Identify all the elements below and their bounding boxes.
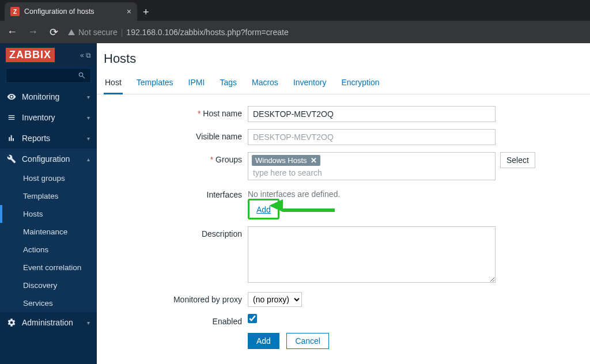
sidebar-item-administration[interactable]: Administration ▾ [0, 312, 97, 333]
nav-forward-button[interactable]: → [27, 26, 39, 39]
cancel-button[interactable]: Cancel [286, 333, 329, 349]
new-tab-button[interactable]: + [137, 4, 155, 21]
page-title: Hosts [104, 51, 583, 66]
sidebar-item-label: Monitoring [22, 92, 59, 101]
security-label: Not secure [78, 28, 118, 37]
favicon-icon: Z [10, 7, 20, 16]
tab-inventory[interactable]: Inventory [292, 72, 328, 94]
host-name-input[interactable] [248, 106, 496, 122]
sidebar: ZABBIX « ⧉ Monitoring ▾ Inventory ▾ Repo… [0, 43, 97, 364]
form-area: * Host name Visible name * Groups Window… [97, 94, 590, 364]
interfaces-empty-text: No interfaces are defined. [248, 187, 583, 199]
search-icon [78, 71, 86, 79]
close-icon[interactable]: × [127, 7, 131, 16]
tab-tags[interactable]: Tags [218, 72, 238, 94]
logo[interactable]: ZABBIX [6, 48, 55, 62]
collapse-icon[interactable]: « ⧉ [80, 51, 91, 59]
tab-strip: Z Configuration of hosts × + [0, 0, 590, 21]
sidebar-item-label: Configuration [22, 154, 70, 164]
subitem-hosts[interactable]: Hosts [0, 205, 97, 223]
subitem-services[interactable]: Services [0, 294, 97, 312]
tab-bar: Host Templates IPMI Tags Macros Inventor… [97, 72, 590, 94]
url-text: 192.168.0.106/zabbix/hosts.php?form=crea… [126, 28, 288, 37]
label-proxy: Monitored by proxy [173, 295, 242, 304]
visible-name-input[interactable] [248, 129, 496, 145]
proxy-select[interactable]: (no proxy) [248, 292, 302, 307]
tab-title: Configuration of hosts [24, 7, 94, 16]
description-textarea[interactable] [248, 226, 496, 283]
nav-reload-button[interactable]: ⟳ [47, 26, 60, 39]
browser-tab[interactable]: Z Configuration of hosts × [5, 2, 137, 21]
row-interfaces: Interfaces No interfaces are defined. Ad… [104, 187, 583, 219]
security-indicator[interactable]: Not secure [68, 28, 118, 37]
subitem-maintenance[interactable]: Maintenance [0, 223, 97, 241]
sidebar-header: ZABBIX « ⧉ [0, 43, 97, 66]
sidebar-item-label: Reports [22, 134, 50, 143]
warning-icon [68, 29, 75, 35]
row-proxy: Monitored by proxy (no proxy) [104, 292, 583, 307]
tab-templates[interactable]: Templates [135, 72, 175, 94]
row-visible-name: Visible name [104, 129, 583, 145]
row-actions: Add Cancel [104, 333, 583, 349]
wrench-icon [7, 154, 16, 164]
remove-icon[interactable]: ✕ [311, 156, 317, 165]
sidebar-item-label: Inventory [22, 113, 55, 122]
subitem-templates[interactable]: Templates [0, 187, 97, 205]
chevron-up-icon: ▴ [87, 156, 90, 162]
chevron-down-icon: ▾ [87, 135, 90, 142]
label-interfaces: Interfaces [207, 190, 242, 199]
label-visible-name: Visible name [196, 132, 242, 141]
eye-icon [7, 92, 16, 101]
configuration-submenu: Host groups Templates Hosts Maintenance … [0, 169, 97, 312]
list-icon [7, 113, 16, 122]
sidebar-item-monitoring[interactable]: Monitoring ▾ [0, 86, 97, 107]
chevron-down-icon: ▾ [87, 115, 90, 121]
groups-search-input[interactable] [252, 166, 494, 179]
add-button[interactable]: Add [248, 333, 279, 349]
chevron-down-icon: ▾ [87, 320, 90, 326]
sidebar-item-configuration[interactable]: Configuration ▴ [0, 149, 97, 169]
tab-host[interactable]: Host [104, 72, 123, 94]
select-groups-button[interactable]: Select [500, 152, 535, 168]
label-description: Description [202, 229, 242, 238]
browser-chrome: Z Configuration of hosts × + ← → ⟳ Not s… [0, 0, 590, 43]
tab-encryption[interactable]: Encryption [340, 72, 380, 94]
label-host-name: Host name [203, 109, 242, 118]
sidebar-item-reports[interactable]: Reports ▾ [0, 128, 97, 149]
row-description: Description [104, 226, 583, 285]
sidebar-item-label: Administration [22, 318, 73, 327]
subitem-event-correlation[interactable]: Event correlation [0, 259, 97, 276]
tab-macros[interactable]: Macros [251, 72, 279, 94]
sidebar-item-inventory[interactable]: Inventory ▾ [0, 107, 97, 128]
url-zone[interactable]: Not secure | 192.168.0.106/zabbix/hosts.… [68, 28, 584, 37]
subitem-discovery[interactable]: Discovery [0, 276, 97, 294]
enabled-checkbox[interactable] [248, 314, 257, 323]
row-host-name: * Host name [104, 106, 583, 122]
gear-icon [7, 318, 16, 327]
sidebar-search[interactable] [6, 68, 91, 83]
label-enabled: Enabled [213, 317, 242, 326]
tab-ipmi[interactable]: IPMI [187, 72, 206, 94]
chevron-down-icon: ▾ [87, 94, 90, 100]
main-content: Hosts Host Templates IPMI Tags Macros In… [97, 43, 590, 364]
groups-multiselect[interactable]: Windows Hosts ✕ [248, 152, 496, 180]
label-groups: Groups [215, 155, 242, 164]
app-root: ZABBIX « ⧉ Monitoring ▾ Inventory ▾ Repo… [0, 43, 590, 364]
chart-icon [7, 134, 16, 143]
row-groups: * Groups Windows Hosts ✕ Select [104, 152, 583, 180]
nav-back-button[interactable]: ← [6, 26, 18, 39]
address-bar: ← → ⟳ Not secure | 192.168.0.106/zabbix/… [0, 21, 590, 43]
page-header: Hosts [97, 43, 590, 72]
subitem-host-groups[interactable]: Host groups [0, 169, 97, 187]
annotation-arrow-icon [283, 204, 335, 214]
group-chip[interactable]: Windows Hosts ✕ [252, 155, 320, 166]
row-enabled: Enabled [104, 314, 583, 326]
subitem-actions[interactable]: Actions [0, 241, 97, 259]
